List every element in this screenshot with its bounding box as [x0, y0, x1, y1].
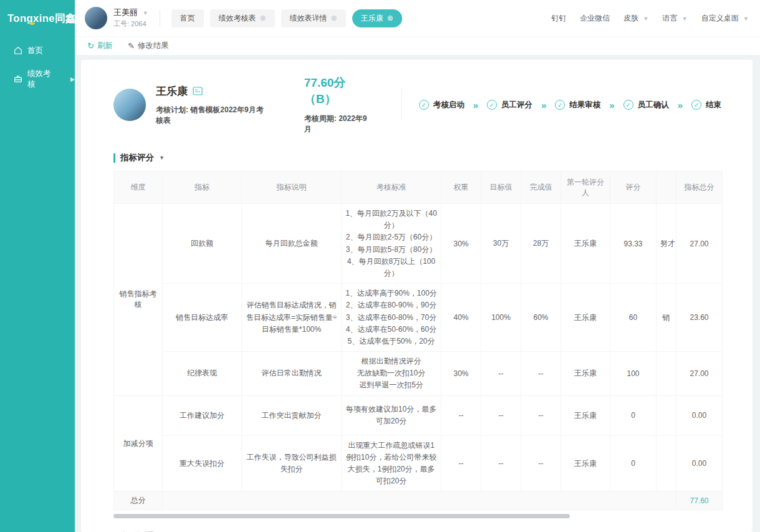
score-cell: 0: [610, 435, 657, 491]
menu-language-label: 语言: [662, 14, 677, 22]
indicator-total-cell: 23.60: [676, 284, 723, 352]
target-cell: 100%: [481, 284, 521, 352]
double-chevron-icon: »: [678, 100, 683, 110]
close-icon[interactable]: ⊗: [260, 14, 266, 22]
user-avatar[interactable]: [85, 7, 107, 29]
toolbar: ↻ 刷新 ✎ 修改结果: [75, 36, 760, 55]
indicator-cell: 销售目标达成率: [163, 284, 242, 352]
standard-cell: 每项有效建议加10分，最多可加20分: [342, 395, 441, 435]
workflow-stepper: ✓ 考核启动 » ✓ 员工评分 » ✓ 结果审核 » ✓: [419, 100, 721, 110]
check-circle-icon: ✓: [487, 100, 497, 110]
close-icon[interactable]: ⊗: [387, 14, 393, 22]
chevron-down-icon: ▼: [743, 16, 749, 22]
double-chevron-icon: »: [609, 100, 614, 110]
col-description: 指标说明: [242, 172, 342, 204]
indicator-cell: 回款额: [163, 204, 242, 284]
check-circle-icon: ✓: [555, 100, 565, 110]
tab-label: 王乐康: [361, 13, 383, 24]
scorer-cell: 王乐康: [561, 352, 610, 396]
review-plan: 考核计划: 销售模板2022年9月考核表: [156, 105, 267, 126]
target-cell: --: [481, 395, 521, 435]
standard-cell: 1、每月回款2万及以下（40分） 2、每月回款2-5万（60分） 3、每月回款5…: [342, 204, 441, 284]
col-target: 目标值: [481, 172, 521, 204]
brand-logo: Tongxine同鑫: [0, 0, 75, 36]
indicator-cell: 纪律表现: [163, 352, 242, 396]
sidebar-item-label: 首页: [27, 46, 43, 56]
modify-result-button[interactable]: ✎ 修改结果: [128, 41, 169, 51]
close-icon[interactable]: ⊗: [331, 14, 337, 22]
chevron-down-icon: ▼: [682, 16, 688, 22]
scorer-cell: 王乐康: [561, 284, 610, 352]
content-area: 王乐康 考核计划: 销售模板2022年9月考核表 77.60分（B） 考核周期:…: [75, 55, 760, 532]
step-label: 考核启动: [433, 100, 464, 110]
tab-review-table[interactable]: 绩效考核表 ⊗: [210, 9, 275, 27]
menu-language[interactable]: 语言 ▼: [662, 13, 687, 24]
col-standard: 考核标准: [342, 172, 441, 204]
sidebar-item-performance[interactable]: 绩效考核 ▶: [0, 65, 75, 94]
weight-cell: 30%: [441, 204, 481, 284]
id-card-icon[interactable]: [193, 87, 203, 95]
collapse-caret-icon[interactable]: ▼: [159, 155, 165, 161]
comment-cell: [657, 395, 676, 435]
horizontal-scrollbar: [113, 514, 722, 518]
col-score: 评分: [610, 172, 657, 204]
description-cell: 每月回款总金额: [242, 204, 342, 284]
user-block[interactable]: 王美丽 ▼ 工号: 2064: [113, 7, 148, 28]
done-cell: --: [521, 435, 561, 491]
check-circle-icon: ✓: [691, 100, 701, 110]
col-indicator-total: 指标总分: [676, 172, 723, 204]
tab-wanglekang[interactable]: 王乐康 ⊗: [352, 9, 402, 27]
table-row: 重大失误扣分 工作失误，导致公司利益损失扣分 出现重大工作疏忽或错误1例扣10分…: [114, 435, 723, 491]
employee-header: 王乐康 考核计划: 销售模板2022年9月考核表 77.60分（B） 考核周期:…: [113, 70, 721, 143]
sidebar-item-home[interactable]: 首页: [0, 36, 75, 65]
step-label: 员工评分: [501, 100, 532, 110]
col-indicator: 指标: [163, 172, 242, 204]
menu-dingtalk[interactable]: 钉钉: [551, 13, 566, 24]
comment-cell: [657, 435, 676, 491]
divider: [160, 10, 160, 26]
horizontal-scrollbar-thumb[interactable]: [113, 514, 570, 518]
table-row: 纪律表现 评估日常出勤情况 根据出勤情况评分 无故缺勤一次扣10分 迟到早退一次…: [114, 352, 723, 396]
check-circle-icon: ✓: [419, 100, 429, 110]
tab-label: 首页: [180, 13, 195, 24]
topbar: 王美丽 ▼ 工号: 2064 首页 绩效考核表 ⊗ 绩效表详情 ⊗ 王乐康 ⊗: [75, 0, 760, 36]
indicator-table: 维度 指标 指标说明 考核标准 权重 目标值 完成值 第一轮评分人 评分 指标总…: [113, 171, 723, 510]
refresh-label: 刷新: [97, 41, 113, 51]
comment-cell: 努才: [657, 204, 676, 284]
description-cell: 工作失误，导致公司利益损失扣分: [242, 435, 342, 491]
weight-cell: 40%: [441, 284, 481, 352]
menu-custom-desktop[interactable]: 自定义桌面 ▼: [701, 13, 749, 24]
comment-cell: 销: [657, 284, 676, 352]
indicator-section-title: 指标评分 ▼: [113, 152, 721, 163]
refresh-button[interactable]: ↻ 刷新: [87, 41, 113, 51]
step-label: 结束: [706, 100, 721, 110]
indicator-total-cell: 27.00: [676, 352, 723, 396]
col-first-round-scorer: 第一轮评分人: [561, 172, 610, 204]
tab-table-detail[interactable]: 绩效表详情 ⊗: [281, 9, 346, 27]
home-icon: [14, 46, 22, 55]
menu-custom-desktop-label: 自定义桌面: [701, 14, 739, 22]
total-spacer-cell: [163, 491, 676, 510]
indicator-total-cell: 27.00: [676, 204, 723, 284]
description-cell: 评估日常出勤情况: [242, 352, 342, 396]
menu-wecom[interactable]: 企业微信: [580, 13, 610, 24]
standard-cell: 根据出勤情况评分 无故缺勤一次扣10分 迟到早退一次扣5分: [342, 352, 441, 396]
scorer-cell: 王乐康: [561, 435, 610, 491]
tab-home[interactable]: 首页: [171, 9, 204, 27]
step-label: 员工确认: [638, 100, 669, 110]
chevron-down-icon: ▼: [143, 10, 148, 16]
menu-skin[interactable]: 皮肤 ▼: [623, 13, 648, 24]
employee-name: 王乐康: [156, 84, 188, 99]
done-cell: --: [521, 395, 561, 435]
step-result-audit: ✓ 结果审核: [555, 100, 600, 110]
indicator-total-cell: 0.00: [676, 435, 723, 491]
refresh-icon: ↻: [87, 41, 94, 51]
sidebar: Tongxine同鑫 首页 绩效考核 ▶: [0, 0, 75, 532]
scorer-cell: 王乐康: [561, 204, 610, 284]
target-cell: 30万: [481, 204, 521, 284]
score-cell: 0: [610, 395, 657, 435]
step-start: ✓ 考核启动: [419, 100, 464, 110]
weight-cell: --: [441, 435, 481, 491]
standard-cell: 出现重大工作疏忽或错误1例扣10分，若给公司带来较大损失，1例扣20分，最多可扣…: [342, 435, 441, 491]
step-employee-confirm: ✓ 员工确认: [623, 100, 669, 110]
